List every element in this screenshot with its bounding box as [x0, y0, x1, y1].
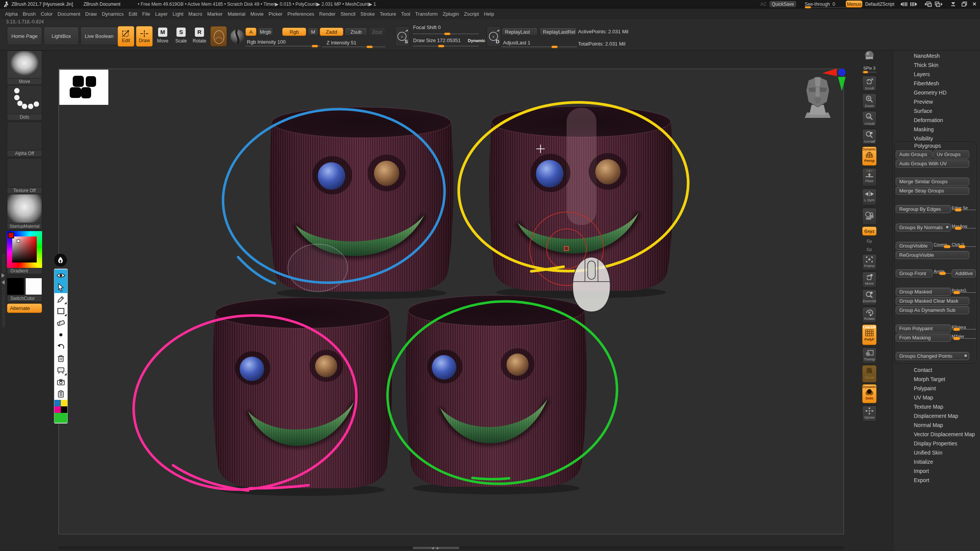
sculptris-pro-button[interactable]: +S — [395, 26, 410, 47]
annotation-screenshot-button[interactable] — [54, 376, 67, 388]
additive-button[interactable]: Additive — [952, 269, 976, 277]
tool-section-header[interactable]: FiberMesh — [893, 79, 980, 88]
menu-item[interactable]: Movie — [250, 11, 264, 17]
dock-right-icon[interactable] — [934, 1, 944, 7]
tool-section-header[interactable]: NanoMesh — [893, 51, 980, 60]
menu-item[interactable]: Document — [57, 11, 80, 17]
rgb-intensity-slider[interactable]: Rgb Intensity 100 — [247, 39, 286, 45]
tool-section-header[interactable]: Surface — [893, 106, 980, 116]
divider-right-icon[interactable] — [910, 2, 920, 7]
menu-item[interactable]: Material — [228, 11, 245, 17]
focal-shift-handle[interactable] — [444, 33, 451, 35]
menu-item[interactable]: Layer — [155, 11, 168, 17]
adjust-last-slider[interactable]: AdjustLast 1 — [503, 40, 531, 46]
tool-section-header[interactable]: Thick Skin — [893, 60, 980, 70]
annotation-pen-button[interactable] — [54, 253, 67, 267]
cylinder-top-left[interactable] — [270, 107, 453, 299]
from-polypaint-button[interactable]: From Polypaint — [896, 324, 951, 333]
tool-section-header[interactable]: Contact — [893, 365, 980, 375]
tool-section-header[interactable]: Masking — [893, 125, 980, 134]
document-thumbnail[interactable] — [59, 70, 108, 105]
dock-left-icon[interactable] — [923, 1, 932, 7]
coverage-slider[interactable]: Covera — [934, 241, 951, 248]
menu-item[interactable]: File — [142, 11, 150, 17]
regroup-visible-button[interactable]: ReGroupVisible — [896, 251, 969, 259]
current-brush-thumb[interactable] — [210, 26, 227, 47]
canvas-scrollbar[interactable] — [59, 546, 844, 550]
polypaint-tolerance-slider[interactable]: PTolera — [952, 323, 980, 330]
color-green-swatch[interactable] — [54, 413, 67, 423]
rgb-intensity-handle[interactable] — [312, 45, 318, 47]
color-blue-swatch[interactable] — [54, 400, 61, 406]
group-visible-button[interactable]: GroupVisible — [896, 242, 933, 250]
move-button[interactable]: M Move — [155, 28, 171, 46]
annotation-clipboard-button[interactable] — [54, 388, 67, 400]
rotate-button[interactable]: R Rotate — [191, 28, 207, 46]
quicksave-button[interactable]: QuickSave — [769, 1, 797, 8]
group-masked-button[interactable]: Group Masked — [896, 288, 951, 296]
cylinder-bottom-right[interactable] — [406, 295, 586, 494]
a-toggle-button[interactable]: A — [245, 28, 256, 36]
polygroups-title[interactable]: Polygroups — [914, 143, 941, 149]
tool-section-header[interactable]: Deformation — [893, 116, 980, 125]
tool-section-header[interactable]: Morph Target — [893, 375, 980, 384]
annotation-clear-button[interactable] — [54, 352, 67, 364]
menu-item[interactable]: Light — [173, 11, 183, 17]
uv-groups-button[interactable]: Uv Groups — [933, 150, 969, 158]
menu-item[interactable]: Stencil — [340, 11, 355, 17]
adjust-last-handle[interactable] — [551, 46, 558, 48]
tool-section-header[interactable]: Polypaint — [893, 384, 980, 393]
group-as-dynamesh-sub-button[interactable]: Group As Dynamesh Sub — [896, 306, 969, 314]
menu-item[interactable]: Dynamics — [102, 11, 124, 17]
tool-section-header[interactable]: Export — [893, 476, 980, 485]
merge-similar-groups-button[interactable]: Merge Similar Groups — [896, 178, 969, 186]
zsub-button[interactable]: Zsub — [345, 28, 368, 36]
menu-item[interactable]: Macro — [188, 11, 202, 17]
zscript-name[interactable]: DefaultZScript — [865, 2, 894, 7]
menu-item[interactable]: Stroke — [360, 11, 375, 17]
menu-item[interactable]: Preferences — [287, 11, 314, 17]
cylinder-bottom-left[interactable] — [213, 298, 392, 496]
dynamic-size-button[interactable]: +D — [487, 26, 501, 47]
draw-size-slider[interactable]: Draw Size 172.05351 — [413, 37, 461, 43]
tool-section-header[interactable]: Texture Map — [893, 402, 980, 411]
live-boolean-button[interactable]: Live Boolean — [80, 27, 118, 45]
menu-item[interactable]: Transform — [415, 11, 438, 17]
auto-groups-button[interactable]: Auto Groups — [896, 150, 933, 158]
restore-icon[interactable] — [962, 2, 967, 7]
group-masked-clear-mask-button[interactable]: Group Masked Clear Mask — [896, 297, 969, 305]
auto-groups-with-uv-button[interactable]: Auto Groups With UV — [896, 160, 969, 168]
tool-section-header[interactable]: Import — [893, 466, 980, 476]
edge-sensitivity-slider[interactable]: Edge Se — [952, 204, 980, 211]
menu-item[interactable]: Render — [319, 11, 336, 17]
groups-by-normals-button[interactable]: Groups By Normals — [896, 223, 951, 231]
annotation-undo-button[interactable] — [54, 341, 67, 352]
z-intensity-slider[interactable]: Z Intensity 51 — [327, 40, 356, 46]
tool-section-header[interactable]: Geometry HD — [893, 88, 980, 97]
zadd-button[interactable]: Zadd — [320, 28, 343, 36]
tool-section-header[interactable]: Layers — [893, 70, 980, 79]
close-icon[interactable]: ✕ — [972, 1, 977, 7]
from-masking-button[interactable]: From Masking — [896, 334, 951, 342]
mrgb-button[interactable]: Mrgb — [258, 28, 273, 36]
menus-button[interactable]: Menus — [846, 0, 862, 8]
angle-slider[interactable]: Angle — [934, 267, 951, 274]
polish-groups-slider[interactable]: PolishG — [952, 287, 980, 293]
home-page-button[interactable]: Home Page — [7, 27, 42, 45]
divider-left-icon[interactable] — [898, 2, 908, 7]
tool-section-header[interactable]: Normal Map — [893, 421, 980, 430]
menu-item[interactable]: Draw — [85, 11, 97, 17]
merge-stray-groups-button[interactable]: Merge Stray Groups — [896, 187, 969, 195]
z-intensity-handle[interactable] — [366, 46, 373, 48]
annotation-pencil-tool[interactable] — [54, 293, 67, 305]
max-angle-slider[interactable]: MaxAng — [952, 222, 980, 229]
replay-last-button[interactable]: ReplayLast — [501, 28, 538, 36]
color-black-swatch[interactable] — [61, 406, 67, 413]
regroup-by-edges-button[interactable]: Regroup By Edges — [896, 205, 951, 213]
tool-section-header[interactable]: Vector Displacement Map — [893, 430, 980, 439]
see-through-slider-handle[interactable] — [805, 6, 811, 8]
annotation-eraser-tool[interactable] — [54, 317, 67, 329]
group-front-button[interactable]: Group Front — [896, 269, 933, 277]
focal-shift-slider[interactable]: Focal Shift 0 — [413, 24, 441, 30]
menu-item[interactable]: Brush — [23, 11, 36, 17]
